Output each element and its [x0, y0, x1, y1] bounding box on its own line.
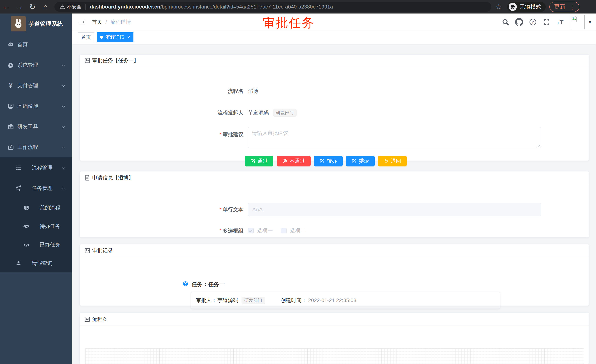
document-icon [84, 175, 90, 181]
svg-text:T: T [557, 21, 559, 25]
browser-update-pill: 更新 ⋮ [549, 2, 579, 12]
tags-view-bar: 首页 流程详情 × [72, 30, 596, 44]
chevron-down-icon [61, 62, 66, 68]
sidebar-item-infrastructure[interactable]: 基础设施 [0, 96, 72, 116]
avatar[interactable] [570, 15, 585, 29]
broken-image-icon [571, 15, 578, 22]
created-label: 创建时间： [281, 297, 307, 304]
breadcrumb-home[interactable]: 首页 [92, 19, 102, 26]
text-field-label: *单行文本 [80, 206, 243, 213]
sidebar-item-leave-query[interactable]: 请假查询 [0, 254, 72, 272]
card-title: 审批记录 [92, 247, 113, 254]
browser-forward-button[interactable]: → [13, 2, 26, 12]
picture-icon [84, 248, 90, 254]
comment-textarea[interactable] [248, 127, 541, 148]
sidebar-item-system[interactable]: 系统管理 [0, 55, 72, 75]
tab-process-detail[interactable]: 流程详情 × [97, 32, 134, 42]
browser-toolbar: ← → ↻ ⌂ 不安全 dashboard.yudao.iocoder.cn/b… [0, 0, 596, 14]
sidebar-item-todo-tasks[interactable]: 待办任务 [0, 217, 72, 235]
browser-back-button[interactable]: ← [0, 2, 13, 12]
card-title: 流程图 [92, 316, 108, 323]
fullscreen-icon[interactable] [543, 18, 551, 26]
chevron-down-icon [61, 165, 66, 171]
sidebar-item-label: 支付管理 [17, 82, 38, 89]
browser-home-button[interactable]: ⌂ [39, 2, 52, 12]
sidebar-item-workflow[interactable]: 工作流程 [0, 137, 72, 157]
back-icon: ← [3, 3, 10, 11]
picture-icon [84, 58, 90, 63]
gear-icon [7, 62, 14, 68]
tab-home[interactable]: 首页 [78, 32, 94, 42]
chevron-up-icon [61, 185, 66, 191]
card-header: 审批记录 [80, 244, 589, 257]
sidebar-item-label: 请假查询 [32, 260, 52, 267]
reject-button[interactable]: 不通过 [277, 156, 311, 167]
required-marker: * [220, 207, 222, 212]
sidebar-item-dev-tools[interactable]: 研发工具 [0, 116, 72, 137]
bookmark-star-icon[interactable]: ☆ [495, 2, 502, 11]
chevron-down-icon [61, 83, 66, 89]
sidebar-item-my-process[interactable]: 我的流程 [0, 198, 72, 217]
process-name-label: 流程名 [80, 87, 243, 95]
incognito-label: 无痕模式 [520, 3, 541, 11]
card-header: 申请信息【滔博】 [80, 171, 589, 184]
edit-icon [250, 159, 255, 163]
sidebar-item-home[interactable]: 首页 [0, 34, 72, 55]
edit-icon [352, 159, 357, 163]
checkbox-unchecked-icon [281, 228, 287, 233]
picture-icon [84, 316, 90, 322]
logo-image [11, 16, 26, 31]
security-label: 不安全 [67, 4, 82, 10]
url-path: /bpm/process-instance/detail?id=54aa251f… [160, 4, 333, 10]
sidebar-item-process-management[interactable]: 流程管理 [0, 157, 72, 178]
sidebar-item-done-tasks[interactable]: 已办任务 [0, 235, 72, 254]
security-chip[interactable]: 不安全 [60, 4, 82, 10]
incognito-badge: 无痕模式 [507, 2, 546, 12]
breadcrumb-current: 流程详情 [110, 19, 131, 26]
dashboard-icon [7, 41, 14, 48]
svg-text:?: ? [532, 20, 534, 24]
browser-reload-button[interactable]: ↻ [26, 2, 39, 12]
created-time: 2022-01-21 22:35:08 [308, 298, 356, 303]
button-label: 退回 [391, 158, 401, 165]
edit-icon [320, 159, 324, 163]
sidebar-item-label: 系统管理 [17, 62, 38, 69]
card-title: 申请信息【滔博】 [92, 174, 134, 181]
button-label: 不通过 [290, 158, 305, 165]
person-icon [15, 260, 22, 267]
yen-icon: ¥ [7, 82, 14, 89]
update-button[interactable]: 更新 [554, 3, 565, 11]
tab-label: 首页 [81, 34, 91, 41]
delegate-button[interactable]: 委派 [346, 156, 375, 167]
workflow-submenu: 流程管理 任务管理 我的流程 待办任务 已办任务 请假 [0, 157, 72, 272]
browser-menu-icon[interactable]: ⋮ [568, 4, 576, 10]
checkbox-option-2: 选项二 [281, 227, 306, 234]
approver-label: 审批人： [196, 297, 217, 304]
font-size-icon[interactable]: TT [556, 18, 564, 26]
dept-tag: 研发部门 [273, 109, 297, 116]
checkbox-group: 选项一 选项二 [248, 227, 306, 234]
avatar-caret-icon[interactable]: ▾ [589, 19, 591, 25]
button-label: 通过 [257, 158, 268, 165]
initiator-label: 流程发起人 [80, 109, 243, 116]
sidebar-item-label: 已办任务 [40, 241, 60, 248]
sidebar-toggle-button[interactable] [78, 18, 86, 26]
app-logo[interactable]: 芋道管理系统 [0, 14, 72, 34]
eye-closed-icon [23, 241, 30, 248]
checkbox-label: 选项一 [257, 227, 273, 234]
approve-button[interactable]: 通过 [245, 156, 273, 167]
sidebar-item-payment[interactable]: ¥ 支付管理 [0, 75, 72, 96]
transfer-button[interactable]: 转办 [314, 156, 343, 167]
url-text: dashboard.yudao.iocoder.cn/bpm/process-i… [90, 4, 333, 10]
sidebar-item-label: 基础设施 [17, 103, 38, 110]
github-icon[interactable] [515, 18, 523, 26]
return-button[interactable]: 退回 [378, 156, 407, 167]
help-icon[interactable]: ? [529, 18, 537, 26]
card-title: 审批任务【任务一】 [92, 57, 139, 64]
required-marker: * [220, 131, 222, 137]
sidebar-item-label: 工作流程 [17, 144, 38, 151]
sidebar-item-task-management[interactable]: 任务管理 [0, 178, 72, 198]
tab-close-icon[interactable]: × [127, 35, 130, 40]
search-icon[interactable] [501, 18, 510, 26]
address-bar[interactable]: 不安全 dashboard.yudao.iocoder.cn/bpm/proce… [54, 2, 491, 12]
